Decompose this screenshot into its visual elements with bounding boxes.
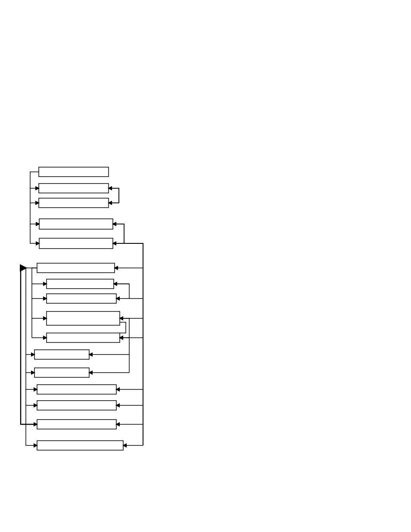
node-b16 — [37, 441, 123, 450]
node-b11 — [34, 350, 89, 359]
node-b13 — [37, 385, 116, 394]
nodes — [34, 167, 123, 450]
node-b7 — [47, 279, 114, 289]
node-b6 — [37, 263, 115, 273]
node-b4 — [39, 219, 113, 229]
node-b2 — [39, 184, 109, 193]
node-b15 — [37, 420, 116, 429]
node-b8 — [47, 294, 116, 303]
node-b3 — [39, 198, 109, 208]
flowchart-diagram — [0, 0, 411, 532]
node-b1 — [39, 167, 109, 177]
node-b10 — [47, 333, 120, 342]
node-b14 — [37, 401, 116, 410]
node-b12 — [34, 368, 89, 377]
node-b9 — [47, 311, 120, 325]
node-b5 — [39, 238, 113, 249]
